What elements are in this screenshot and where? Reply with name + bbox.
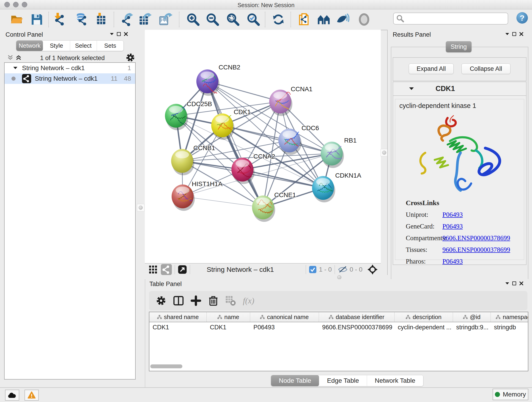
import-network-from-database-button[interactable]	[75, 13, 88, 26]
crosslink-link[interactable]: 9606.ENSP00000378699	[443, 246, 510, 254]
save-session-button[interactable]	[30, 13, 44, 26]
network-view-share-icon[interactable]	[161, 264, 172, 275]
delete-column-trash-icon[interactable]	[208, 295, 219, 306]
refresh-view-button[interactable]	[272, 13, 285, 26]
table-cell[interactable]: P06493	[250, 322, 319, 332]
table-cell[interactable]: stringdb:9...	[453, 322, 491, 332]
network-row-selected[interactable]: String Network – cdk1 11 48	[5, 73, 135, 84]
tab-string[interactable]: String	[446, 41, 472, 52]
panel-close-icon[interactable]	[519, 32, 523, 36]
crosslink-label: Pharos:	[406, 258, 443, 265]
table-settings-gear-icon[interactable]	[156, 295, 166, 306]
crosslink-row: Uniprot:P06493	[406, 211, 524, 218]
crosslink-link[interactable]: 9606.ENSP00000378699	[443, 234, 510, 242]
collection-count: 1	[127, 64, 131, 72]
network-edge[interactable]	[207, 81, 263, 207]
network-node-CCNB2[interactable]	[196, 70, 220, 96]
table-cell[interactable]: cyclin-dependent ...	[394, 322, 453, 332]
export-image-button[interactable]	[159, 13, 172, 26]
section-expander-icon[interactable]	[409, 87, 414, 90]
network-options-gear-button[interactable]	[126, 53, 135, 62]
hidden-eye-icon[interactable]	[338, 266, 348, 274]
open-file-button[interactable]	[10, 13, 23, 26]
show-columns-icon[interactable]	[173, 295, 184, 306]
table-cell[interactable]: CDK1	[207, 322, 250, 332]
tab-sets[interactable]: Sets	[97, 41, 123, 51]
table-row[interactable]: CDK1CDK1P064939606.ENSP00000378699cyclin…	[149, 322, 528, 332]
column-header-namespace[interactable]: namespace	[491, 312, 528, 322]
column-header-canonical-name[interactable]: canonical name	[250, 312, 319, 322]
table-horizontal-scrollbar[interactable]	[150, 364, 182, 368]
function-builder-icon[interactable]: f(x)	[243, 296, 254, 306]
zoom-selected-button[interactable]	[247, 13, 260, 26]
search-input[interactable]	[406, 15, 508, 22]
tab-network-table[interactable]: Network Table	[367, 375, 423, 386]
crosslink-link[interactable]: P06493	[443, 258, 463, 265]
center-view-crosshair-icon[interactable]	[367, 264, 378, 274]
network-node-CDC6[interactable]	[278, 128, 302, 155]
panel-close-icon[interactable]	[519, 281, 523, 285]
birdseye-houses-button[interactable]	[317, 13, 331, 26]
cloud-button[interactable]	[5, 390, 19, 401]
grid-view-icon[interactable]	[148, 265, 158, 274]
network-collection-row[interactable]: String Network – cdk1 1	[5, 63, 135, 73]
column-header-database-identifier[interactable]: database identifier	[319, 312, 394, 322]
table-cell[interactable]: 9606.ENSP00000378699	[319, 322, 394, 332]
add-column-icon[interactable]	[191, 295, 201, 306]
birdseye-toggle-icon[interactable]	[178, 265, 187, 274]
import-network-from-file-button[interactable]	[52, 13, 66, 26]
duplicate-network-button[interactable]	[298, 13, 311, 26]
table-cell[interactable]: stringdb	[491, 322, 528, 332]
hide-graphics-details-button[interactable]	[357, 13, 371, 26]
warnings-button[interactable]	[25, 390, 39, 401]
crosslink-link[interactable]: P06493	[443, 223, 463, 230]
panel-close-icon[interactable]	[124, 32, 128, 36]
table-cell[interactable]: CDK1	[149, 322, 207, 332]
zoom-in-button[interactable]	[186, 13, 200, 26]
zoom-fit-button[interactable]	[226, 13, 240, 26]
panel-collapse-icon[interactable]	[505, 33, 509, 35]
export-table-button[interactable]	[139, 13, 152, 26]
export-network-button[interactable]	[120, 13, 133, 26]
panel-collapse-icon[interactable]	[110, 33, 114, 35]
network-canvas[interactable]: CCNB2CCNA1CDC25BCDK1CDC6RB1CCNB1CCNA2CDK…	[145, 30, 381, 263]
right-divider-grip[interactable]	[380, 149, 388, 156]
tree-expander-icon[interactable]	[13, 67, 17, 70]
delete-table-icon[interactable]	[225, 295, 236, 306]
hidden-node-edge-counts: 0 - 0	[350, 266, 362, 273]
network-node-RB1[interactable]	[321, 142, 344, 168]
panel-float-icon[interactable]	[512, 281, 516, 285]
network-node-CDC25B[interactable]	[165, 104, 188, 130]
tab-network[interactable]: Network	[16, 41, 43, 51]
column-header-shared-name[interactable]: shared name	[149, 312, 207, 322]
zoom-out-button[interactable]	[206, 13, 219, 26]
tab-style[interactable]: Style	[43, 41, 70, 51]
show-graphics-details-button[interactable]	[336, 13, 349, 26]
expand-all-button[interactable]: Expand All	[409, 64, 454, 74]
tab-node-table[interactable]: Node Table	[271, 375, 319, 386]
column-header-description[interactable]: description	[394, 312, 453, 322]
tab-edge-table[interactable]: Edge Table	[319, 375, 367, 386]
network-node-HIST1H1A[interactable]	[172, 185, 195, 211]
tab-select[interactable]: Select	[70, 41, 97, 51]
network-graph[interactable]: CCNB2CCNA1CDC25BCDK1CDC6RB1CCNB1CCNA2CDK…	[145, 30, 381, 263]
column-header--id[interactable]: @id	[453, 312, 491, 322]
network-node-CCNA1[interactable]	[269, 89, 292, 116]
protein-gene-name: CDK1	[436, 85, 455, 93]
left-divider-grip[interactable]	[137, 204, 144, 211]
panel-float-icon[interactable]	[512, 32, 516, 36]
column-header-name[interactable]: name	[207, 312, 250, 322]
network-node-CDK1[interactable]	[211, 114, 234, 140]
network-node-CCNA2[interactable]	[231, 158, 254, 184]
memory-button[interactable]: Memory	[493, 389, 528, 400]
selected-checkbox-icon[interactable]	[309, 266, 317, 274]
panel-collapse-icon[interactable]	[505, 282, 509, 285]
import-table-from-file-button[interactable]	[94, 13, 107, 26]
panel-float-icon[interactable]	[117, 32, 121, 36]
collapse-all-button[interactable]: Collapse All	[462, 64, 510, 74]
protein-section-header[interactable]: CDK1	[393, 82, 526, 96]
network-node-CCNE1[interactable]	[252, 196, 275, 222]
help-button[interactable]: ?	[516, 12, 528, 24]
crosslink-link[interactable]: P06493	[443, 211, 463, 218]
network-node-CDKN1A[interactable]	[312, 176, 335, 202]
